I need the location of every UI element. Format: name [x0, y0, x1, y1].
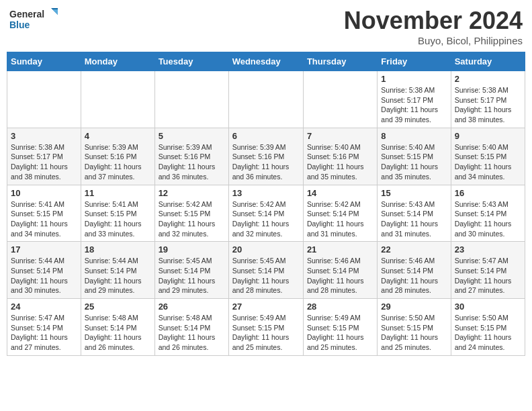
day-number: 13	[232, 188, 300, 198]
col-header-friday: Friday	[378, 52, 451, 71]
day-number: 3	[11, 131, 77, 141]
day-cell: 15Sunrise: 5:43 AM Sunset: 5:14 PM Dayli…	[378, 185, 451, 242]
day-number: 27	[232, 302, 300, 312]
day-info: Sunrise: 5:40 AM Sunset: 5:16 PM Dayligh…	[307, 142, 373, 182]
week-row-4: 17Sunrise: 5:44 AM Sunset: 5:14 PM Dayli…	[7, 242, 525, 299]
day-number: 24	[11, 302, 77, 312]
day-number: 28	[307, 302, 373, 312]
day-number: 14	[307, 188, 373, 198]
day-number: 29	[381, 302, 447, 312]
day-number: 21	[307, 244, 373, 255]
title-block: November 2024 Buyo, Bicol, Philippines	[344, 7, 523, 46]
day-cell: 25Sunrise: 5:48 AM Sunset: 5:14 PM Dayli…	[81, 299, 154, 356]
day-number: 18	[85, 244, 151, 255]
day-number: 12	[159, 188, 225, 198]
day-info: Sunrise: 5:45 AM Sunset: 5:14 PM Dayligh…	[159, 256, 225, 295]
day-number: 22	[381, 244, 447, 255]
day-number: 19	[159, 244, 225, 255]
page-header: General Blue November 2024 Buyo, Bicol, …	[7, 7, 525, 46]
day-number: 2	[455, 74, 521, 84]
day-number: 9	[455, 131, 521, 141]
day-info: Sunrise: 5:48 AM Sunset: 5:14 PM Dayligh…	[85, 313, 151, 353]
day-number: 11	[85, 188, 151, 198]
day-number: 20	[232, 244, 300, 255]
day-info: Sunrise: 5:45 AM Sunset: 5:14 PM Dayligh…	[232, 256, 300, 295]
calendar-table: SundayMondayTuesdayWednesdayThursdayFrid…	[7, 52, 525, 356]
day-cell: 26Sunrise: 5:48 AM Sunset: 5:14 PM Dayli…	[154, 299, 228, 356]
day-cell	[228, 71, 303, 128]
day-number: 6	[232, 131, 300, 141]
day-info: Sunrise: 5:44 AM Sunset: 5:14 PM Dayligh…	[85, 256, 151, 295]
week-row-3: 10Sunrise: 5:41 AM Sunset: 5:15 PM Dayli…	[7, 185, 525, 242]
day-info: Sunrise: 5:49 AM Sunset: 5:15 PM Dayligh…	[307, 313, 373, 353]
day-info: Sunrise: 5:42 AM Sunset: 5:14 PM Dayligh…	[232, 199, 300, 239]
day-number: 25	[85, 302, 151, 312]
day-cell: 13Sunrise: 5:42 AM Sunset: 5:14 PM Dayli…	[228, 185, 303, 242]
week-row-2: 3Sunrise: 5:38 AM Sunset: 5:17 PM Daylig…	[7, 128, 525, 185]
day-info: Sunrise: 5:49 AM Sunset: 5:15 PM Dayligh…	[232, 313, 300, 353]
day-info: Sunrise: 5:42 AM Sunset: 5:15 PM Dayligh…	[159, 199, 225, 239]
day-cell: 7Sunrise: 5:40 AM Sunset: 5:16 PM Daylig…	[303, 128, 377, 185]
day-cell: 29Sunrise: 5:50 AM Sunset: 5:15 PM Dayli…	[378, 299, 451, 356]
day-number: 8	[381, 131, 447, 141]
day-number: 15	[381, 188, 447, 198]
month-title: November 2024	[344, 7, 523, 35]
col-header-monday: Monday	[81, 52, 154, 71]
day-info: Sunrise: 5:47 AM Sunset: 5:14 PM Dayligh…	[455, 256, 521, 295]
day-cell: 20Sunrise: 5:45 AM Sunset: 5:14 PM Dayli…	[228, 242, 303, 299]
day-info: Sunrise: 5:39 AM Sunset: 5:16 PM Dayligh…	[232, 142, 300, 182]
day-info: Sunrise: 5:39 AM Sunset: 5:16 PM Dayligh…	[159, 142, 225, 182]
day-number: 7	[307, 131, 373, 141]
day-cell: 27Sunrise: 5:49 AM Sunset: 5:15 PM Dayli…	[228, 299, 303, 356]
day-info: Sunrise: 5:41 AM Sunset: 5:15 PM Dayligh…	[11, 199, 77, 239]
svg-text:General: General	[9, 9, 44, 19]
day-cell: 8Sunrise: 5:40 AM Sunset: 5:15 PM Daylig…	[378, 128, 451, 185]
day-info: Sunrise: 5:38 AM Sunset: 5:17 PM Dayligh…	[11, 142, 77, 182]
day-info: Sunrise: 5:42 AM Sunset: 5:14 PM Dayligh…	[307, 199, 373, 239]
day-info: Sunrise: 5:47 AM Sunset: 5:14 PM Dayligh…	[11, 313, 77, 353]
day-cell: 10Sunrise: 5:41 AM Sunset: 5:15 PM Dayli…	[7, 185, 81, 242]
header-row: SundayMondayTuesdayWednesdayThursdayFrid…	[7, 52, 525, 71]
day-cell	[81, 71, 154, 128]
col-header-sunday: Sunday	[7, 52, 81, 71]
day-cell	[7, 71, 81, 128]
day-cell: 4Sunrise: 5:39 AM Sunset: 5:16 PM Daylig…	[81, 128, 154, 185]
day-cell: 9Sunrise: 5:40 AM Sunset: 5:15 PM Daylig…	[451, 128, 525, 185]
day-cell: 11Sunrise: 5:41 AM Sunset: 5:15 PM Dayli…	[81, 185, 154, 242]
day-cell: 3Sunrise: 5:38 AM Sunset: 5:17 PM Daylig…	[7, 128, 81, 185]
day-cell	[154, 71, 228, 128]
day-cell: 28Sunrise: 5:49 AM Sunset: 5:15 PM Dayli…	[303, 299, 377, 356]
day-info: Sunrise: 5:48 AM Sunset: 5:14 PM Dayligh…	[159, 313, 225, 353]
day-cell	[303, 71, 377, 128]
day-number: 17	[11, 244, 77, 255]
logo-svg: General Blue	[9, 7, 63, 36]
day-cell: 17Sunrise: 5:44 AM Sunset: 5:14 PM Dayli…	[7, 242, 81, 299]
location: Buyo, Bicol, Philippines	[344, 35, 523, 46]
col-header-saturday: Saturday	[451, 52, 525, 71]
day-cell: 18Sunrise: 5:44 AM Sunset: 5:14 PM Dayli…	[81, 242, 154, 299]
day-info: Sunrise: 5:43 AM Sunset: 5:14 PM Dayligh…	[455, 199, 521, 239]
day-number: 23	[455, 244, 521, 255]
day-info: Sunrise: 5:40 AM Sunset: 5:15 PM Dayligh…	[455, 142, 521, 182]
day-cell: 12Sunrise: 5:42 AM Sunset: 5:15 PM Dayli…	[154, 185, 228, 242]
day-cell: 23Sunrise: 5:47 AM Sunset: 5:14 PM Dayli…	[451, 242, 525, 299]
day-info: Sunrise: 5:41 AM Sunset: 5:15 PM Dayligh…	[85, 199, 151, 239]
svg-marker-3	[52, 9, 58, 15]
week-row-1: 1Sunrise: 5:38 AM Sunset: 5:17 PM Daylig…	[7, 71, 525, 128]
logo: General Blue	[9, 7, 63, 36]
day-cell: 22Sunrise: 5:46 AM Sunset: 5:14 PM Dayli…	[378, 242, 451, 299]
day-number: 26	[159, 302, 225, 312]
day-info: Sunrise: 5:46 AM Sunset: 5:14 PM Dayligh…	[381, 256, 447, 295]
day-number: 16	[455, 188, 521, 198]
day-cell: 14Sunrise: 5:42 AM Sunset: 5:14 PM Dayli…	[303, 185, 377, 242]
day-cell: 1Sunrise: 5:38 AM Sunset: 5:17 PM Daylig…	[378, 71, 451, 128]
day-cell: 30Sunrise: 5:50 AM Sunset: 5:15 PM Dayli…	[451, 299, 525, 356]
col-header-wednesday: Wednesday	[228, 52, 303, 71]
day-info: Sunrise: 5:38 AM Sunset: 5:17 PM Dayligh…	[455, 85, 521, 125]
day-info: Sunrise: 5:44 AM Sunset: 5:14 PM Dayligh…	[11, 256, 77, 295]
day-info: Sunrise: 5:46 AM Sunset: 5:14 PM Dayligh…	[307, 256, 373, 295]
day-number: 1	[381, 74, 447, 84]
day-cell: 19Sunrise: 5:45 AM Sunset: 5:14 PM Dayli…	[154, 242, 228, 299]
day-number: 4	[85, 131, 151, 141]
day-cell: 21Sunrise: 5:46 AM Sunset: 5:14 PM Dayli…	[303, 242, 377, 299]
